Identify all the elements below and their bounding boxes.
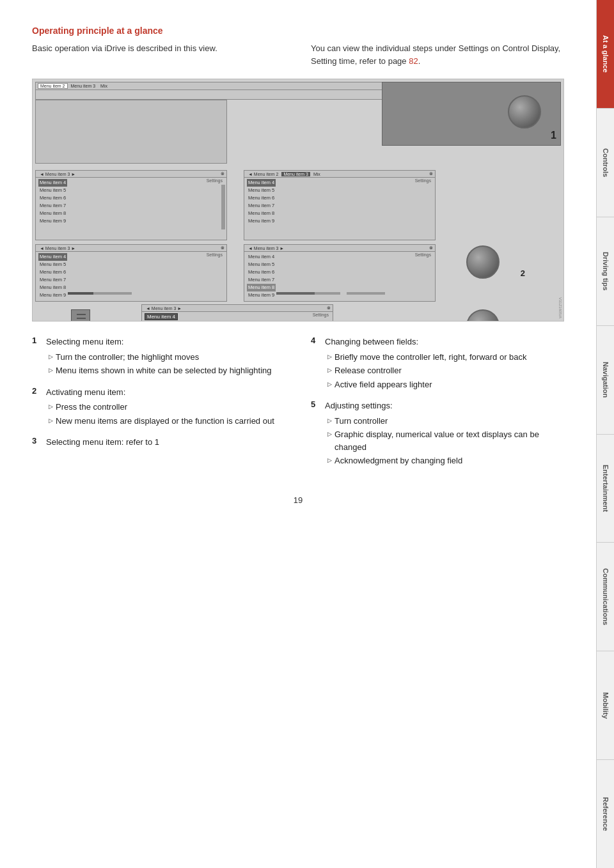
instruction-item-1: 1 Selecting menu item: Turn the controll… [32,336,285,378]
diagram-panel-top-bar: Menu item 2 Menu item 3 Mix ⊗ [35,82,432,100]
diagram-knob-1 [508,95,541,128]
sidebar-tab-reference[interactable]: Reference [596,759,614,868]
diagram-knob-2 [466,245,500,279]
diagram-knob-3 [466,309,500,322]
instructions-right-col: 4 Changing between fields: Briefly move … [311,336,564,476]
instruction-2-subs: Press the controller New menu items are … [46,401,274,427]
diagram-watermark: V31Z1605/A [558,297,562,318]
sidebar-tab-mobility[interactable]: Mobility [596,651,614,759]
diagram-knob-4-wrap [71,309,90,322]
main-content: Operating principle at a glance Basic op… [0,0,596,868]
page-link[interactable]: 82 [409,56,418,66]
sidebar-tab-navigation[interactable]: Navigation [596,325,614,434]
sidebar-tab-communications[interactable]: Communications [596,542,614,651]
instruction-4-subs: Briefly move the controller left, right,… [325,351,527,391]
section-heading: Operating principle at a glance [32,26,564,36]
diagram-panel-step3-left: ◄ Menu item 3 ► ⊗ Menu item 4 Menu item … [35,244,227,302]
diagram-label-1: 1 [551,130,556,141]
sidebar-tab-at-a-glance[interactable]: At a glance [596,0,614,108]
instruction-5-subs: Turn controller Graphic display, numeric… [325,415,564,467]
instructions-columns: 1 Selecting menu item: Turn the controll… [32,336,564,476]
sidebar-tab-controls[interactable]: Controls [596,108,614,217]
intro-right: You can view the individual steps under … [311,42,564,67]
diagram-panel-step3-right: ◄ Menu item 3 ► ⊗ Menu item 4 Menu item … [244,244,436,302]
page-number: 19 [32,495,564,505]
instruction-1-subs: Turn the controller; the highlight moves… [46,351,271,377]
diagram-screen-top [35,100,227,164]
instruction-item-2: 2 Activating menu item: Press the contro… [32,386,285,429]
diagram-panel-step2: ◄ Menu item 2 Menu item 3 Mix ⊗ Menu ite… [244,170,436,240]
sidebar-tabs: At a glance Controls Driving tips Naviga… [596,0,614,868]
diagram-top-right-area: 1 [382,82,561,146]
intro-left: Basic operation via iDrive is described … [32,42,285,67]
sidebar-tab-entertainment[interactable]: Entertainment [596,434,614,543]
diagram-label-2: 2 [521,268,525,278]
instruction-item-5: 5 Adjusting settings: Turn controller Gr… [311,399,564,469]
diagram-panel-step4: ◄ Menu item 3 ► ⊗ Menu item 4 Menu item … [141,304,333,322]
diagram-knob-2-wrap [466,245,500,279]
diagram-panel-step5: ◄ Menu item 3 ► ⊗ Menu item 4 Menu item … [35,170,227,240]
instruction-item-3: 3 Selecting menu item: refer to 1 [32,436,285,449]
instruction-item-4: 4 Changing between fields: Briefly move … [311,336,564,392]
sidebar-tab-driving-tips[interactable]: Driving tips [596,217,614,325]
intro-columns: Basic operation via iDrive is described … [32,42,564,67]
instructions-left-col: 1 Selecting menu item: Turn the controll… [32,336,285,476]
diagram-area: Menu item 2 Menu item 3 Mix ⊗ 1 ◄ Menu i… [32,79,564,322]
